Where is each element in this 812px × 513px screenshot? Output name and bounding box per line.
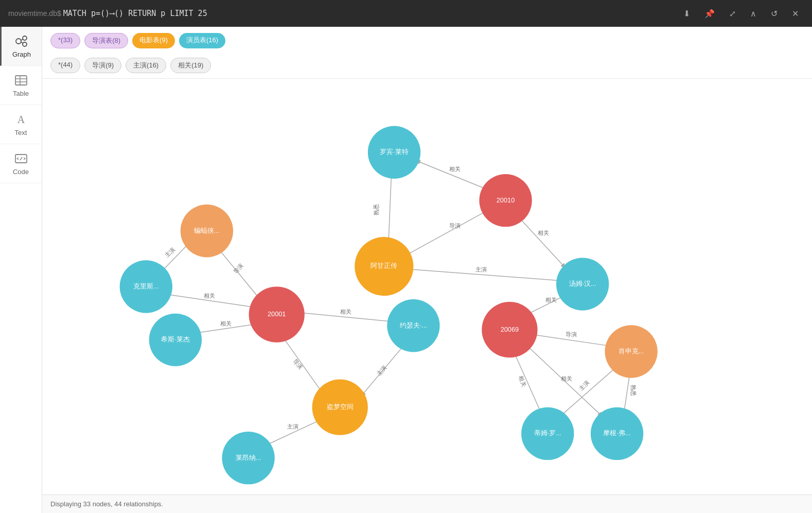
sidebar-table-label: Table <box>13 90 29 97</box>
svg-point-0 <box>16 39 21 44</box>
edge-label-dao-lai: 主演 <box>287 423 298 430</box>
node-luobinlate[interactable] <box>368 126 420 179</box>
db-name: moviemtime.db$ <box>8 9 61 18</box>
tag-node-movie[interactable]: 电影表(9) <box>132 33 175 48</box>
tag-node-actor[interactable]: 演员表(16) <box>179 33 225 48</box>
node-20001[interactable] <box>249 287 305 343</box>
svg-point-1 <box>23 36 27 40</box>
sidebar: Graph Table A Text Code <box>0 27 42 513</box>
content-area: *(33) 导演表(8) 电影表(9) 演员表(16) *(44) 导演(9) … <box>42 27 812 513</box>
svg-rect-5 <box>15 76 27 85</box>
node-mogenfu[interactable] <box>591 407 643 460</box>
rel-tag-row: *(44) 导演(9) 主演(16) 相关(19) <box>50 58 804 78</box>
sidebar-item-code[interactable]: Code <box>0 144 42 183</box>
edge-label-20069-tang: 相关 <box>545 297 557 303</box>
pin-button[interactable]: 📌 <box>699 6 720 22</box>
edge-label-20010-agan: 导演 <box>449 223 461 229</box>
graph-icon <box>14 34 29 48</box>
edge-20010-agan <box>404 208 492 256</box>
node-tag-row: *(33) 导演表(8) 电影表(9) 演员表(16) <box>50 33 804 54</box>
node-20069[interactable] <box>482 302 537 357</box>
tag-rel-star[interactable]: 主演(16) <box>126 58 166 73</box>
table-icon <box>14 73 28 88</box>
edge-label-tang-agan: 主演 <box>475 266 487 272</box>
node-agangzhengzhuan[interactable] <box>355 237 413 296</box>
expand-button[interactable]: ⤢ <box>724 6 741 22</box>
title-bar: moviemtime.db$ MATCH p=()⟶() RETURN p LI… <box>0 0 812 27</box>
download-button[interactable]: ⬇ <box>678 6 695 22</box>
edge-label-20001-xisi: 相关 <box>220 320 232 327</box>
tag-node-all[interactable]: *(33) <box>50 33 80 48</box>
sidebar-item-text[interactable]: A Text <box>0 105 42 144</box>
title-bar-actions: ⬇ 📌 ⤢ ∧ ↺ ✕ <box>678 6 804 22</box>
edge-label-20001-yuefu: 相关 <box>340 309 351 315</box>
tag-node-director[interactable]: 导演表(8) <box>84 33 128 48</box>
close-button[interactable]: ✕ <box>787 6 804 22</box>
edge-label-20010-tang: 相关 <box>538 230 549 236</box>
sidebar-code-label: Code <box>13 168 29 176</box>
node-tangmuhan[interactable] <box>556 258 609 310</box>
tag-bar: *(33) 导演表(8) 电影表(9) 演员表(16) *(44) 导演(9) … <box>42 27 812 79</box>
edge-20010-luobin <box>414 160 489 190</box>
sidebar-item-table[interactable]: Table <box>0 66 42 105</box>
status-text: Displaying 33 nodes, 44 relationships. <box>50 500 163 508</box>
tag-rel-all[interactable]: *(44) <box>50 58 80 73</box>
edge-label-20001-dao: 导演 <box>292 357 304 370</box>
main-layout: Graph Table A Text Code <box>0 27 812 513</box>
status-bar: Displaying 33 nodes, 44 relationships. <box>42 494 812 513</box>
graph-svg: 相关 熟悉 导演 相关 主演 主演 导演 <box>42 79 812 494</box>
node-bianfuxia[interactable] <box>181 204 233 257</box>
sidebar-text-label: Text <box>15 129 27 136</box>
tag-rel-dir[interactable]: 导演(9) <box>84 58 121 73</box>
node-daomenkongjian[interactable] <box>312 380 368 435</box>
svg-point-2 <box>23 42 27 46</box>
edge-label-20001-bianfu: 导演 <box>232 262 244 275</box>
edge-label-20069-dimu: 相关 <box>518 375 527 388</box>
svg-line-11 <box>20 157 22 160</box>
graph-area[interactable]: 相关 熟悉 导演 相关 主演 主演 导演 <box>42 79 812 494</box>
node-yuejiefu[interactable] <box>387 299 439 352</box>
node-laiangna[interactable] <box>222 432 274 484</box>
svg-line-3 <box>21 39 23 40</box>
edge-label-xiao-mogen: 熟悉 <box>630 385 637 396</box>
node-xisidelai[interactable] <box>149 314 202 366</box>
node-dimuluo[interactable] <box>521 407 574 460</box>
text-icon: A <box>14 112 28 127</box>
svg-text:A: A <box>17 114 25 125</box>
node-20010[interactable] <box>479 174 532 227</box>
tag-rel-related[interactable]: 相关(19) <box>170 58 211 73</box>
edge-label-20069-mogen: 相关 <box>561 375 572 382</box>
refresh-button[interactable]: ↺ <box>766 6 783 22</box>
edge-label-20069-xiao: 导演 <box>566 331 577 337</box>
edge-label-agan-luobin: 熟悉 <box>373 204 379 215</box>
sidebar-graph-label: Graph <box>12 50 31 58</box>
edge-label-20001-kelis: 相关 <box>204 293 215 299</box>
edge-label-bianfu-kelis: 主演 <box>164 246 176 259</box>
query-text: MATCH p=()⟶() RETURN p LIMIT 25 <box>63 9 678 18</box>
node-kelisi[interactable] <box>120 260 172 313</box>
edge-label-20010-luobin: 相关 <box>449 166 461 172</box>
code-icon <box>14 151 28 166</box>
sidebar-item-graph[interactable]: Graph <box>0 27 42 66</box>
edge-label-yuefu-dao: 主演 <box>376 364 388 377</box>
up-button[interactable]: ∧ <box>745 6 762 22</box>
svg-line-4 <box>21 42 23 43</box>
edge-label-xiao-dimu: 主演 <box>578 380 590 392</box>
node-xiaosha[interactable] <box>605 325 657 378</box>
